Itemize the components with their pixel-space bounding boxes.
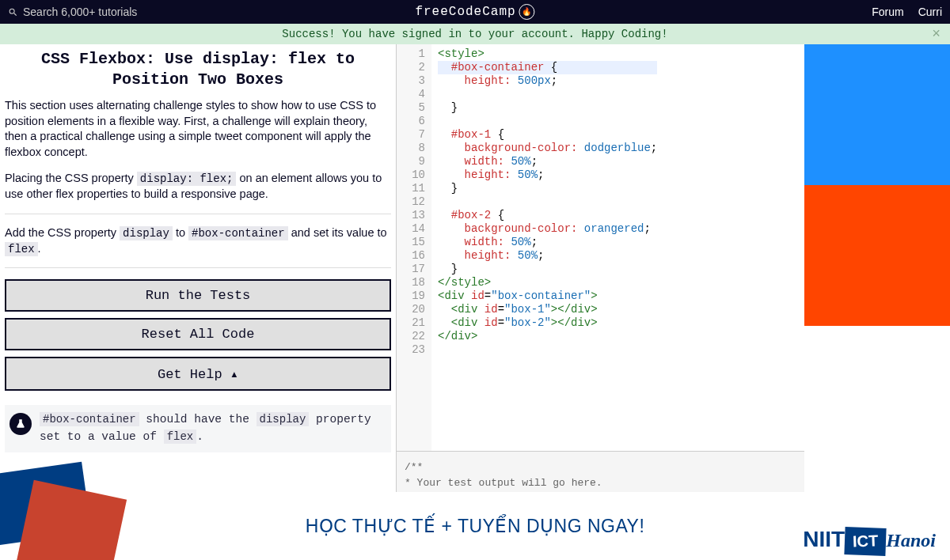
instructions-panel: CSS Flexbox: Use display: flex to Positi…	[0, 44, 396, 513]
run-tests-button[interactable]: Run the Tests	[5, 279, 391, 312]
preview-box-1	[804, 44, 950, 185]
test-description: #box-container should have the display p…	[40, 411, 386, 446]
line-gutter: 1234567891011121314151617181920212223	[397, 44, 431, 451]
main-content: CSS Flexbox: Use display: flex to Positi…	[0, 44, 950, 513]
code-content[interactable]: <style> #box-container { height: 500px; …	[431, 44, 657, 451]
brand-text: freeCodeCamp	[415, 5, 515, 19]
nav-links: Forum Curri	[872, 6, 950, 18]
search-placeholder: Search 6,000+ tutorials	[23, 6, 137, 18]
nav-forum[interactable]: Forum	[872, 6, 903, 18]
flask-icon	[10, 413, 32, 435]
niit-logo: NIIT ICT Hanoi	[803, 527, 936, 552]
brand-logo[interactable]: freeCodeCamp 🔥	[415, 4, 534, 20]
decoration-red	[16, 480, 127, 560]
code-inline: display: flex;	[137, 172, 237, 186]
challenge-title: CSS Flexbox: Use display: flex to Positi…	[5, 49, 391, 90]
preview-panel	[804, 44, 950, 513]
banner-text: Success! You have signed in to your acco…	[282, 28, 667, 40]
success-banner: Success! You have signed in to your acco…	[0, 24, 950, 44]
code-editor[interactable]: 1234567891011121314151617181920212223 <s…	[397, 44, 804, 451]
search-box[interactable]: Search 6,000+ tutorials	[0, 6, 145, 18]
nav-curriculum[interactable]: Curri	[918, 6, 942, 18]
slogan-text: HỌC THỰC TẾ + TUYỂN DỤNG NGAY!	[306, 516, 645, 537]
footer-banner: HỌC THỰC TẾ + TUYỂN DỤNG NGAY! NIIT ICT …	[0, 492, 950, 560]
theory-paragraph: Placing the CSS property display: flex; …	[5, 171, 391, 202]
top-nav: Search 6,000+ tutorials freeCodeCamp 🔥 F…	[0, 0, 950, 24]
intro-paragraph: This section uses alternating challenge …	[5, 98, 391, 160]
preview-box-2	[804, 185, 950, 326]
task-paragraph: Add the CSS property display to #box-con…	[5, 225, 391, 257]
close-icon[interactable]: ×	[932, 26, 940, 42]
separator	[5, 214, 391, 214]
separator	[5, 267, 391, 268]
test-item: #box-container should have the display p…	[5, 405, 391, 452]
editor-panel: 1234567891011121314151617181920212223 <s…	[396, 44, 804, 513]
reset-code-button[interactable]: Reset All Code	[5, 318, 391, 350]
fire-icon: 🔥	[519, 4, 535, 20]
search-icon	[8, 7, 18, 17]
get-help-button[interactable]: Get Help ▴	[5, 357, 391, 391]
